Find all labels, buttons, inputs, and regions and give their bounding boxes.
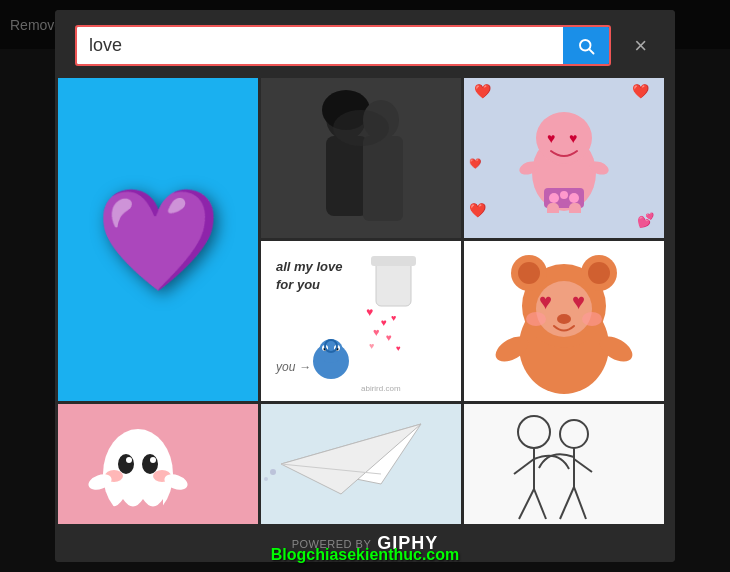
svg-text:abirird.com: abirird.com (361, 384, 401, 393)
svg-point-61 (150, 457, 156, 463)
love-text-svg: all my love for you you → ♥ ♥ ♥ ♥ ♥ ♥ ♥ (261, 241, 461, 401)
svg-rect-26 (371, 256, 416, 266)
heart-decoration-2: ❤️ (632, 83, 649, 99)
search-icon (577, 37, 595, 55)
svg-point-52 (557, 314, 571, 324)
svg-point-60 (126, 457, 132, 463)
hug-scene (464, 404, 664, 524)
blob-svg (58, 404, 258, 524)
svg-text:♥: ♥ (569, 130, 577, 146)
gif-item-paper[interactable] (261, 404, 461, 524)
svg-text:you →: you → (275, 360, 311, 374)
svg-text:♥: ♥ (366, 305, 373, 319)
search-area: × (55, 10, 675, 78)
patrick-scene: ❤️ ❤️ ❤️ 💕 ❤️ ♥ ♥ (464, 78, 664, 238)
svg-point-54 (582, 312, 602, 326)
gif-item-patrick[interactable]: ❤️ ❤️ ❤️ 💕 ❤️ ♥ ♥ (464, 78, 664, 238)
svg-rect-72 (464, 404, 664, 524)
svg-line-1 (590, 49, 594, 53)
svg-text:♥: ♥ (373, 326, 380, 338)
patrick-star-svg: ♥ ♥ (519, 103, 609, 213)
search-input[interactable] (77, 27, 563, 64)
svg-point-14 (549, 193, 559, 203)
svg-point-48 (588, 262, 610, 284)
blob-scene (58, 404, 258, 524)
svg-rect-20 (569, 203, 581, 213)
svg-text:♥: ♥ (396, 344, 401, 353)
search-wrapper (75, 25, 611, 66)
svg-point-15 (560, 191, 568, 199)
close-button[interactable]: × (626, 31, 655, 61)
gif-item-blob[interactable] (58, 404, 258, 524)
svg-rect-4 (326, 136, 368, 216)
paper-scene (261, 404, 461, 524)
gif-item-kiss[interactable] (261, 78, 461, 238)
heart-decoration-4: 💕 (637, 212, 654, 228)
bear-scene: ♥ ♥ (464, 241, 664, 401)
paper-svg (261, 404, 461, 524)
svg-point-16 (569, 193, 579, 203)
hug-svg (464, 404, 664, 524)
kiss-scene (261, 78, 461, 238)
gif-item-bear[interactable]: ♥ ♥ (464, 241, 664, 401)
gif-grid: 💜 (55, 78, 675, 527)
svg-text:♥: ♥ (369, 341, 374, 351)
heart-emoji: 💜 (96, 181, 221, 299)
svg-text:for you: for you (276, 277, 320, 292)
giphy-modal: × 💜 (55, 10, 675, 562)
search-button[interactable] (563, 27, 609, 64)
heart-decoration-3: ❤️ (469, 202, 486, 218)
svg-point-46 (518, 262, 540, 284)
svg-rect-25 (376, 261, 411, 306)
gif-item-hug[interactable] (464, 404, 664, 524)
svg-rect-19 (547, 203, 559, 213)
blog-watermark: Blogchiasekienthuc.com (271, 546, 460, 564)
svg-text:♥: ♥ (381, 317, 387, 328)
gif-item-love-text[interactable]: all my love for you you → ♥ ♥ ♥ ♥ ♥ ♥ ♥ (261, 241, 461, 401)
svg-point-70 (270, 469, 276, 475)
svg-point-8 (333, 110, 389, 146)
svg-point-59 (142, 454, 158, 474)
love-text-scene: all my love for you you → ♥ ♥ ♥ ♥ ♥ ♥ ♥ (261, 241, 461, 401)
gif-item-heart[interactable]: 💜 (58, 78, 258, 401)
svg-text:♥: ♥ (391, 313, 396, 323)
svg-point-71 (264, 477, 268, 481)
heart-decoration-5: ❤️ (469, 158, 481, 169)
svg-text:all my love: all my love (276, 259, 342, 274)
svg-text:♥: ♥ (539, 289, 552, 314)
svg-text:♥: ♥ (572, 289, 585, 314)
bear-svg: ♥ ♥ (484, 241, 644, 401)
svg-point-58 (118, 454, 134, 474)
svg-point-53 (526, 312, 546, 326)
svg-text:♥: ♥ (386, 332, 392, 343)
kiss-svg (261, 78, 461, 238)
heart-decoration-1: ❤️ (474, 83, 491, 99)
svg-rect-7 (363, 136, 403, 221)
svg-text:♥: ♥ (547, 130, 555, 146)
